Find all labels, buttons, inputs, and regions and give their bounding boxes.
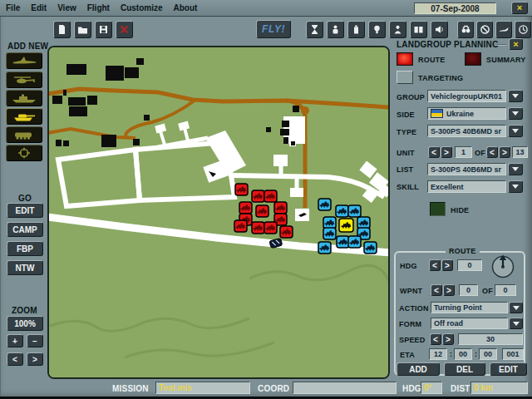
- unit-total-prev-button[interactable]: <: [486, 146, 498, 158]
- enemy-unit-icon[interactable]: [234, 220, 247, 232]
- menu-flight[interactable]: Flight: [87, 3, 110, 12]
- pan-right-button[interactable]: >: [27, 352, 43, 366]
- enemy-unit-icon[interactable]: [239, 202, 252, 214]
- type-select[interactable]: S-300PS 40B6MD sr: [427, 125, 506, 137]
- friendly-unit-icon[interactable]: [318, 242, 331, 254]
- supply-button[interactable]: [347, 21, 365, 38]
- unit-prev-button[interactable]: <: [428, 146, 440, 158]
- enemy-unit-icon[interactable]: [235, 184, 248, 195]
- eta-minutes-field[interactable]: 00: [454, 348, 472, 360]
- menu-edit[interactable]: Edit: [31, 3, 47, 12]
- briefing-book-button[interactable]: [410, 21, 427, 38]
- friendly-unit-icon[interactable]: [337, 236, 349, 248]
- add-vehicle-button[interactable]: [6, 108, 42, 125]
- hdg-field[interactable]: 0: [457, 259, 482, 271]
- clock-button[interactable]: [515, 21, 531, 38]
- skill-select[interactable]: Excellent: [427, 180, 506, 193]
- no-entry-button[interactable]: [476, 21, 493, 38]
- waypoint-edit-button[interactable]: EDIT: [490, 362, 527, 376]
- menu-about[interactable]: About: [174, 3, 198, 12]
- hide-checkbox[interactable]: [430, 202, 446, 216]
- waypoint-add-button[interactable]: ADD: [397, 362, 440, 376]
- friendly-unit-icon[interactable]: [348, 205, 361, 217]
- zoom-level-button[interactable]: 100%: [7, 316, 43, 331]
- close-button[interactable]: ×: [511, 2, 528, 14]
- date-field[interactable]: 07-Sep-2008: [414, 2, 496, 14]
- binoculars-button[interactable]: [457, 21, 474, 38]
- group-select[interactable]: VehiclegroupUKR01: [427, 90, 506, 102]
- group-dropdown-button[interactable]: [508, 90, 523, 102]
- unit-index-field[interactable]: 1: [455, 146, 472, 158]
- add-helicopter-button[interactable]: [6, 71, 42, 88]
- panel-close-button[interactable]: ×: [509, 38, 523, 50]
- hourglass-button[interactable]: [306, 21, 323, 38]
- hdg-dec-button[interactable]: <: [429, 259, 441, 271]
- action-dropdown-button[interactable]: [509, 302, 523, 313]
- friendly-unit-icon[interactable]: [364, 242, 377, 254]
- add-ship-button[interactable]: [6, 90, 42, 106]
- enemy-unit-icon[interactable]: [252, 222, 264, 234]
- side-select[interactable]: Ukraine: [427, 107, 506, 120]
- speed-inc-button[interactable]: >: [442, 333, 454, 345]
- unit-total-next-button[interactable]: >: [499, 146, 510, 158]
- pan-left-button[interactable]: <: [7, 352, 23, 366]
- fly-button[interactable]: FLY!: [256, 20, 291, 38]
- hdg-inc-button[interactable]: >: [441, 259, 453, 271]
- skill-dropdown-button[interactable]: [508, 180, 523, 193]
- route-toggle[interactable]: [397, 52, 413, 66]
- add-aircraft-button[interactable]: [6, 52, 42, 69]
- add-armor-button[interactable]: [6, 126, 42, 143]
- zoom-out-button[interactable]: −: [27, 334, 43, 347]
- enemy-unit-icon[interactable]: [264, 190, 277, 202]
- menu-customize[interactable]: Customize: [121, 3, 163, 12]
- delete-mission-button[interactable]: [116, 21, 133, 38]
- list-dropdown-button[interactable]: [508, 163, 523, 175]
- eta-hours-field[interactable]: 12: [429, 348, 447, 360]
- bulb-button[interactable]: [368, 21, 386, 38]
- friendly-unit-icon[interactable]: [336, 205, 348, 217]
- side-dropdown-button[interactable]: [508, 107, 523, 120]
- enemy-unit-icon[interactable]: [274, 202, 287, 214]
- zoom-in-button[interactable]: +: [7, 334, 23, 347]
- speed-field[interactable]: 30: [458, 333, 523, 345]
- selected-unit-icon[interactable]: [339, 219, 353, 232]
- add-target-button[interactable]: [6, 145, 42, 161]
- action-select[interactable]: Turning Point: [431, 302, 508, 313]
- go-fbp-button[interactable]: FBP: [7, 241, 43, 256]
- targeting-toggle[interactable]: [397, 71, 413, 84]
- go-ntw-button[interactable]: NTW: [7, 260, 43, 275]
- menu-view[interactable]: View: [57, 3, 76, 12]
- eta-day-field[interactable]: 001: [502, 348, 524, 360]
- unit-next-button[interactable]: >: [441, 146, 452, 158]
- mission-field[interactable]: Test.mis: [155, 382, 250, 394]
- eta-seconds-field[interactable]: 00: [479, 348, 497, 360]
- friendly-unit-icon[interactable]: [357, 217, 370, 229]
- wpnt-prev-button[interactable]: <: [431, 284, 442, 296]
- enemy-unit-icon[interactable]: [256, 205, 268, 217]
- waypoint-del-button[interactable]: DEL: [444, 362, 485, 376]
- list-select[interactable]: S-300PS 40B6MD sr: [427, 163, 506, 175]
- enemy-unit-icon[interactable]: [252, 190, 264, 202]
- wpnt-next-button[interactable]: >: [443, 284, 455, 296]
- form-dropdown-button[interactable]: [509, 318, 523, 329]
- map-canvas[interactable]: [49, 47, 388, 377]
- open-mission-button[interactable]: [74, 21, 91, 38]
- summary-toggle[interactable]: [465, 52, 481, 66]
- speaker-button[interactable]: [431, 21, 448, 38]
- go-edit-button[interactable]: EDIT: [7, 203, 43, 218]
- save-mission-button[interactable]: [95, 21, 112, 38]
- type-dropdown-button[interactable]: [508, 125, 523, 137]
- enemy-unit-icon[interactable]: [280, 226, 293, 238]
- friendly-unit-icon[interactable]: [323, 228, 336, 239]
- map-view[interactable]: [47, 46, 390, 379]
- officer-button[interactable]: [389, 21, 406, 38]
- friendly-unit-icon[interactable]: [348, 236, 361, 248]
- new-mission-button[interactable]: [53, 21, 71, 38]
- menu-file[interactable]: File: [6, 3, 20, 12]
- speed-dec-button[interactable]: <: [430, 333, 441, 345]
- aircraft-button[interactable]: [495, 21, 512, 38]
- soldier-button[interactable]: [327, 21, 344, 38]
- wpnt-field[interactable]: 0: [459, 284, 478, 296]
- enemy-unit-icon[interactable]: [264, 222, 277, 234]
- heading-dial[interactable]: [490, 252, 516, 280]
